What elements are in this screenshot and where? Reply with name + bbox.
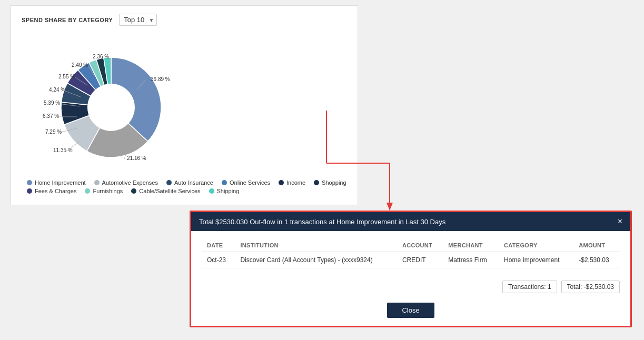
slice-label-6: 5.39 % — [44, 100, 60, 106]
col-header-institution: INSTITUTION — [235, 239, 397, 252]
chart-header: SPEND SHARE BY CATEGORY Top 10 Top 5 Top… — [22, 14, 347, 26]
legend-label-income: Income — [286, 179, 305, 186]
table-header-row: DATE INSTITUTION ACCOUNT MERCHANT CATEGO… — [202, 239, 620, 252]
legend-dot-shopping — [314, 180, 319, 185]
cell-amount: -$2,530.03 — [573, 252, 620, 268]
transactions-table: DATE INSTITUTION ACCOUNT MERCHANT CATEGO… — [202, 239, 620, 268]
legend-item-cable: Cable/Satellite Services — [131, 188, 200, 194]
legend-item-auto-insurance: Auto Insurance — [166, 179, 213, 186]
legend-label-shopping: Shopping — [322, 179, 346, 186]
legend-item-online-services: Online Services — [222, 179, 270, 186]
slice-label-1: 36.89 % — [151, 76, 170, 82]
chart-legend: Home Improvement Automotive Expenses Aut… — [22, 179, 347, 194]
modal-panel: Total $2530.030 Out-flow in 1 transactio… — [190, 211, 632, 327]
pie-chart[interactable]: 36.89 % 21.16 % 11.35 % 7.29 % 6.37 % 5.… — [37, 31, 174, 173]
legend-dot-shipping — [209, 188, 214, 194]
close-button[interactable]: Close — [387, 303, 434, 318]
modal-title: Total $2530.030 Out-flow in 1 transactio… — [199, 218, 445, 226]
legend-dot-online-services — [222, 180, 227, 185]
slice-label-9: 2.40 % — [72, 62, 88, 68]
legend-dot-furnishings — [85, 188, 90, 194]
modal-body: DATE INSTITUTION ACCOUNT MERCHANT CATEGO… — [191, 231, 630, 276]
pie-svg: 36.89 % 21.16 % 11.35 % 7.29 % 6.37 % 5.… — [37, 31, 174, 173]
legend-label-automotive: Automotive Expenses — [102, 179, 158, 186]
table-row: Oct-23 Discover Card (All Account Types)… — [202, 252, 620, 268]
legend-dot-auto-insurance — [166, 180, 172, 185]
legend-dot-income — [279, 180, 284, 185]
modal-close-button[interactable]: × — [618, 217, 622, 226]
col-header-amount: AMOUNT — [573, 239, 620, 252]
slice-label-8: 2.55 % — [58, 74, 75, 79]
svg-marker-14 — [387, 203, 393, 211]
slice-label-10: 2.36 % — [93, 54, 109, 59]
legend-item-home-improvement: Home Improvement — [27, 179, 86, 186]
cell-merchant: Mattress Firm — [443, 252, 499, 268]
dropdown-wrapper[interactable]: Top 10 Top 5 Top 15 ▼ — [119, 14, 157, 26]
cell-date: Oct-23 — [202, 252, 235, 268]
cell-account: CREDIT — [397, 252, 443, 268]
top-n-dropdown[interactable]: Top 10 Top 5 Top 15 — [119, 14, 157, 26]
chart-panel: SPEND SHARE BY CATEGORY Top 10 Top 5 Top… — [11, 5, 358, 205]
legend-item-fees: Fees & Charges — [27, 188, 76, 194]
col-header-date: DATE — [202, 239, 235, 252]
legend-item-shopping: Shopping — [314, 179, 346, 186]
legend-label-shipping: Shipping — [217, 188, 240, 194]
slice-label-7: 4.24 % — [49, 87, 65, 93]
svg-line-3 — [66, 142, 80, 151]
legend-dot-automotive — [94, 180, 100, 185]
legend-item-automotive: Automotive Expenses — [94, 179, 158, 186]
legend-item-shipping: Shipping — [209, 188, 240, 194]
legend-dot-home-improvement — [27, 180, 32, 185]
transactions-count-badge: Transactions: 1 — [502, 281, 557, 293]
legend-dot-fees — [27, 188, 32, 194]
legend-label-fees: Fees & Charges — [35, 188, 76, 194]
chart-title: SPEND SHARE BY CATEGORY — [22, 17, 113, 23]
modal-footer: Transactions: 1 Total: -$2,530.03 — [191, 276, 630, 297]
close-button-container: Close — [191, 297, 630, 326]
cell-category: Home Improvement — [499, 252, 573, 268]
cell-institution: Discover Card (All Account Types) - (xxx… — [235, 252, 397, 268]
slice-label-3: 11.35 % — [53, 147, 73, 153]
legend-label-cable: Cable/Satellite Services — [139, 188, 200, 194]
legend-item-furnishings: Furnishings — [85, 188, 123, 194]
svg-point-0 — [87, 84, 135, 131]
chart-content: 36.89 % 21.16 % 11.35 % 7.29 % 6.37 % 5.… — [22, 31, 347, 173]
col-header-merchant: MERCHANT — [443, 239, 499, 252]
legend-label-home-improvement: Home Improvement — [35, 179, 86, 186]
legend-item-income: Income — [279, 179, 305, 186]
legend-dot-cable — [131, 188, 136, 194]
legend-label-online-services: Online Services — [230, 179, 270, 186]
slice-label-5: 6.37 % — [43, 113, 59, 119]
transactions-total-badge: Total: -$2,530.03 — [561, 281, 620, 293]
slice-label-4: 7.29 % — [45, 129, 62, 135]
legend-label-auto-insurance: Auto Insurance — [174, 179, 213, 186]
modal-header: Total $2530.030 Out-flow in 1 transactio… — [191, 212, 630, 231]
slice-label-2: 21.16 % — [127, 155, 146, 161]
legend-label-furnishings: Furnishings — [93, 188, 123, 194]
col-header-category: CATEGORY — [499, 239, 573, 252]
col-header-account: ACCOUNT — [397, 239, 443, 252]
